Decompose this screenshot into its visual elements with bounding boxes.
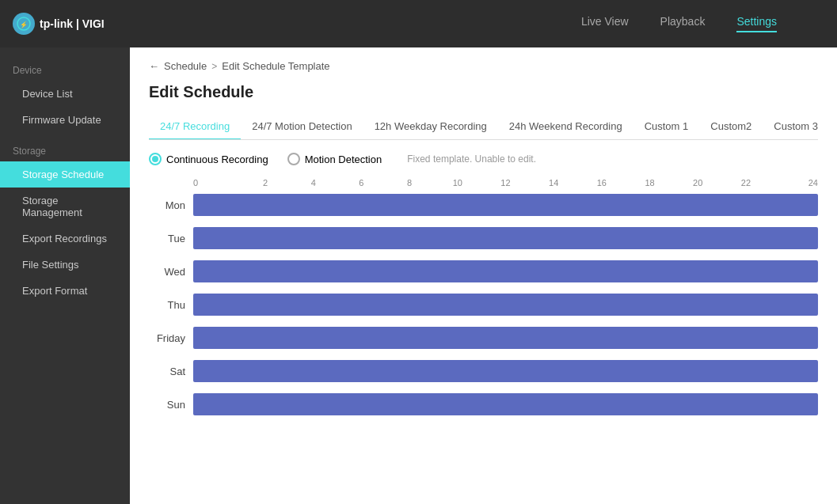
day-row-sat: Sat [149,357,818,385]
breadcrumb-parent[interactable]: Schedule [164,60,207,72]
main-layout: Device Device List Firmware Update Stora… [0,47,837,504]
breadcrumb-separator: > [211,61,217,72]
day-label-fri: Friday [149,332,193,344]
day-row-fri: Friday [149,324,818,352]
tab-12h-weekday[interactable]: 12h Weekday Recording [363,114,498,140]
day-label-sun: Sun [149,399,193,411]
day-bar-fri [193,327,818,349]
sidebar-item-storage-schedule[interactable]: Storage Schedule [0,161,130,188]
day-bar-container-thu [193,294,818,316]
nav-live-view[interactable]: Live View [581,15,629,32]
day-label-mon: Mon [149,199,193,211]
hour-labels-row: 0 2 4 6 8 10 12 14 16 18 20 22 24 [193,178,818,188]
day-bar-sun [193,393,818,415]
tab-custom2[interactable]: Custom2 [699,114,763,140]
page-title: Edit Schedule [149,83,818,101]
logo-icon: ⚡ [13,13,35,35]
sidebar-item-firmware-update[interactable]: Firmware Update [0,107,130,133]
hour-14: 14 [530,178,578,188]
day-label-sat: Sat [149,366,193,377]
content-area: ← Schedule > Edit Schedule Template Edit… [130,47,837,504]
tab-24h-weekend[interactable]: 24h Weekend Recording [498,114,633,140]
day-label-tue: Tue [149,233,193,244]
day-row-wed: Wed [149,257,818,286]
sidebar-section-storage: Storage [0,133,130,161]
radio-continuous-icon [149,153,162,165]
sidebar-item-device-list[interactable]: Device List [0,81,130,107]
svg-text:⚡: ⚡ [20,21,28,28]
recording-type-row: Continuous Recording Motion Detection Fi… [149,153,818,165]
nav-playback[interactable]: Playback [660,15,706,32]
hour-22: 22 [722,178,770,188]
hour-4: 4 [289,178,337,188]
day-bar-tue [193,227,818,249]
fixed-note: Fixed template. Unable to edit. [407,153,536,165]
day-bar-container-tue [193,227,818,249]
logo-text: tp-link | VIGI [40,17,105,30]
sidebar-item-export-recordings[interactable]: Export Recordings [0,225,130,252]
hour-12: 12 [481,178,530,188]
radio-motion-icon [287,153,300,165]
day-bar-wed [193,260,818,282]
day-bar-sat [193,360,818,382]
sidebar-item-storage-management[interactable]: Storage Management [0,188,130,225]
topbar: ⚡ tp-link | VIGI Live View Playback Sett… [0,0,837,47]
tab-247-recording[interactable]: 24/7 Recording [149,114,241,140]
radio-motion[interactable]: Motion Detection [287,153,382,165]
hour-10: 10 [433,178,481,188]
nav-settings[interactable]: Settings [736,15,777,32]
day-bar-thu [193,294,818,316]
hour-24: 24 [770,178,818,188]
logo: ⚡ tp-link | VIGI [13,13,105,35]
tab-custom3[interactable]: Custom 3 [763,114,818,140]
day-label-wed: Wed [149,266,193,278]
day-label-thu: Thu [149,299,193,311]
top-nav: Live View Playback Settings [581,15,777,32]
tab-247-motion[interactable]: 24/7 Motion Detection [241,114,363,140]
hour-18: 18 [626,178,674,188]
breadcrumb: ← Schedule > Edit Schedule Template [149,60,818,72]
day-bar-mon [193,194,818,216]
hour-8: 8 [386,178,434,188]
schedule-grid: 0 2 4 6 8 10 12 14 16 18 20 22 24 Mon [149,178,818,423]
day-row-mon: Mon [149,191,818,219]
day-bar-container-mon [193,194,818,216]
schedule-tabs: 24/7 Recording 24/7 Motion Detection 12h… [149,114,818,140]
day-bar-container-fri [193,327,818,349]
back-arrow-icon[interactable]: ← [149,60,159,72]
tab-custom1[interactable]: Custom 1 [633,114,700,140]
radio-continuous-label: Continuous Recording [166,153,268,165]
day-row-tue: Tue [149,224,818,252]
day-row-sun: Sun [149,390,818,419]
day-bar-container-sat [193,360,818,382]
hour-16: 16 [578,178,626,188]
sidebar: Device Device List Firmware Update Stora… [0,47,130,504]
hour-6: 6 [337,178,386,188]
breadcrumb-current: Edit Schedule Template [222,60,329,72]
hour-2: 2 [242,178,290,188]
sidebar-section-device: Device [0,57,130,81]
radio-motion-label: Motion Detection [305,153,382,165]
sidebar-item-file-settings[interactable]: File Settings [0,252,130,278]
radio-continuous[interactable]: Continuous Recording [149,153,268,165]
day-row-thu: Thu [149,290,818,319]
hour-20: 20 [674,178,722,188]
day-bar-container-sun [193,393,818,415]
hour-0: 0 [193,178,242,188]
sidebar-item-export-format[interactable]: Export Format [0,278,130,304]
day-bar-container-wed [193,260,818,282]
